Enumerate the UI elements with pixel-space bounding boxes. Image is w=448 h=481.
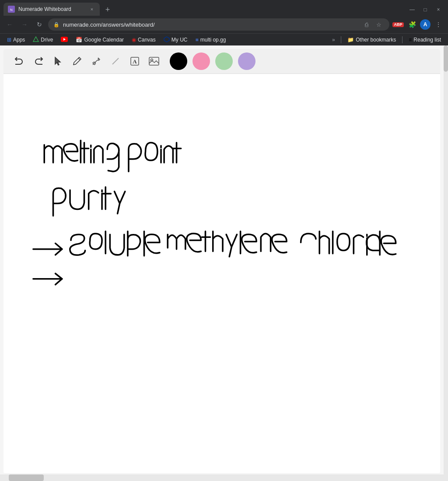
drive-icon — [33, 36, 39, 43]
tab-favicon: N — [8, 6, 15, 13]
profile-avatar[interactable]: A — [420, 19, 430, 30]
address-box[interactable]: 🔒 numerade.com/answers/whiteboard/ ⎙ ☆ — [48, 18, 389, 31]
redo-button[interactable] — [30, 52, 47, 70]
bookmark-reading[interactable]: ≡ Reading list — [405, 35, 444, 45]
gcal-icon: 📅 — [76, 37, 82, 42]
bookmarks-bar: ⊞ Apps Drive 📅 Google Calendar ◉ Canvas — [0, 33, 448, 45]
pen-tool-button[interactable] — [68, 52, 86, 70]
browser-toolbar-right: ABP 🧩 A ⋮ — [392, 18, 444, 31]
bookmark-youtube[interactable] — [57, 35, 71, 45]
bookmarks-separator-2 — [402, 36, 402, 43]
abp-button[interactable]: ABP — [392, 18, 404, 31]
bookmark-drive[interactable]: Drive — [29, 35, 56, 45]
abp-badge: ABP — [392, 22, 403, 27]
bookmark-button[interactable]: ☆ — [374, 19, 384, 30]
back-button[interactable]: ← — [4, 18, 16, 31]
svg-line-8 — [112, 58, 119, 64]
text-tool-button[interactable]: A — [126, 52, 144, 70]
overflow-button[interactable]: » — [329, 35, 338, 45]
lock-icon: 🔒 — [53, 22, 60, 28]
scrollbar-corner — [441, 474, 448, 481]
color-black[interactable] — [170, 52, 187, 70]
whiteboard-canvas[interactable] — [4, 74, 440, 473]
multiop-icon: ■ — [195, 37, 198, 42]
address-bar-row: ← → ↻ 🔒 numerade.com/answers/whiteboard/… — [0, 16, 448, 33]
bookmark-apps[interactable]: ⊞ Apps — [4, 35, 28, 45]
whiteboard-drawing — [4, 74, 440, 473]
tools-button[interactable] — [88, 52, 105, 70]
myuc-label: My UC — [172, 37, 188, 43]
address-actions: ⎙ ☆ — [361, 19, 384, 30]
undo-button[interactable] — [10, 52, 28, 70]
canvas-label: Canvas — [138, 37, 156, 43]
page-content: A — [0, 45, 448, 481]
myuc-icon — [164, 36, 170, 43]
bookmark-other[interactable]: 📁 Other bookmarks — [344, 35, 399, 45]
svg-text:A: A — [133, 58, 137, 65]
new-tab-button[interactable]: + — [102, 3, 114, 16]
color-pink[interactable] — [192, 52, 210, 70]
folder-icon: 📁 — [347, 37, 354, 42]
svg-text:N: N — [10, 8, 13, 12]
whiteboard-toolbar: A — [4, 49, 440, 74]
canvas-icon: ◉ — [132, 37, 136, 42]
horizontal-scrollbar-thumb[interactable] — [9, 474, 44, 481]
select-tool-button[interactable] — [49, 52, 66, 70]
svg-line-6 — [78, 58, 80, 60]
bookmarks-overflow: » 📁 Other bookmarks ≡ Reading list — [329, 35, 444, 45]
gcal-label: Google Calendar — [84, 37, 124, 43]
reading-icon: ≡ — [409, 37, 412, 42]
bookmark-gcal[interactable]: 📅 Google Calendar — [72, 35, 127, 45]
apps-label: Apps — [13, 37, 25, 43]
horizontal-scrollbar[interactable] — [0, 474, 444, 481]
svg-marker-2 — [33, 37, 38, 42]
url-text: numerade.com/answers/whiteboard/ — [63, 21, 358, 28]
active-tab[interactable]: N Numerade Whiteboard × — [4, 3, 100, 16]
bookmarks-separator — [341, 36, 341, 43]
bookmark-canvas[interactable]: ◉ Canvas — [128, 35, 159, 45]
bookmark-myuc[interactable]: My UC — [160, 35, 191, 45]
eraser-tool-button[interactable] — [107, 52, 124, 70]
apps-icon: ⊞ — [7, 37, 11, 42]
color-purple[interactable] — [238, 52, 256, 70]
refresh-button[interactable]: ↻ — [33, 18, 46, 31]
tab-bar: N Numerade Whiteboard × + — □ × — [0, 0, 448, 16]
tab-title: Numerade Whiteboard — [18, 6, 85, 12]
browser-chrome: N Numerade Whiteboard × + — □ × ← → ↻ 🔒 … — [0, 0, 448, 45]
window-close-button[interactable]: × — [432, 3, 444, 16]
reading-list-label: Reading list — [413, 37, 441, 43]
multiop-label: multi op.gg — [200, 37, 226, 43]
window-maximize-button[interactable]: □ — [419, 3, 431, 16]
window-minimize-button[interactable]: — — [406, 3, 418, 16]
bookmark-multiop[interactable]: ■ multi op.gg — [192, 35, 229, 45]
image-tool-button[interactable] — [145, 52, 163, 70]
youtube-icon — [61, 37, 68, 43]
forward-button[interactable]: → — [18, 18, 31, 31]
more-menu-button[interactable]: ⋮ — [432, 18, 444, 31]
color-green[interactable] — [215, 52, 233, 70]
window-controls: — □ × — [406, 3, 444, 16]
scrollbar-thumb[interactable] — [444, 45, 448, 72]
drive-label: Drive — [41, 37, 53, 43]
whiteboard[interactable]: A — [4, 49, 440, 473]
svg-rect-11 — [149, 57, 159, 65]
vertical-scrollbar[interactable] — [444, 45, 448, 474]
svg-marker-5 — [164, 37, 169, 42]
tab-close-button[interactable]: × — [88, 6, 95, 13]
svg-point-7 — [98, 59, 99, 59]
other-bookmarks-label: Other bookmarks — [356, 37, 396, 43]
share-button[interactable]: ⎙ — [361, 19, 372, 30]
extensions-button[interactable]: 🧩 — [406, 18, 418, 31]
